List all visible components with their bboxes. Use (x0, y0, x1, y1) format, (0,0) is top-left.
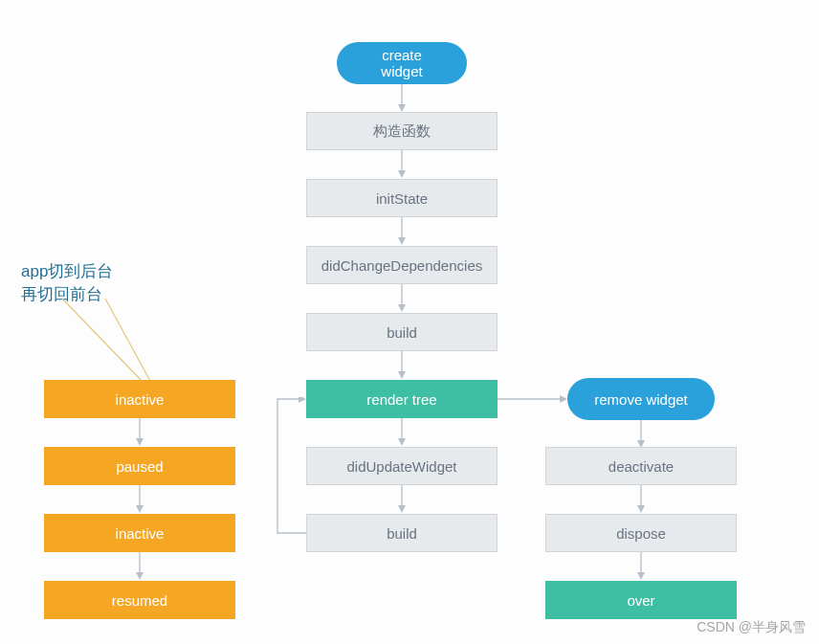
svg-marker-20 (637, 440, 645, 448)
svg-marker-30 (136, 572, 144, 580)
node-paused: paused (44, 447, 235, 485)
svg-line-1 (105, 299, 151, 383)
arrow-remove-deactivate (635, 420, 647, 449)
node-didupdatewidget: didUpdateWidget (306, 447, 498, 485)
svg-marker-13 (398, 438, 406, 446)
svg-marker-5 (398, 170, 406, 178)
svg-marker-22 (637, 505, 645, 513)
svg-marker-24 (637, 572, 645, 580)
arrow-inactive2-resumed (134, 552, 145, 581)
arrow-create-constructor (396, 84, 408, 113)
node-over: over (545, 581, 737, 619)
arrow-rendertree-didupdate (396, 418, 408, 447)
node-dispose: dispose (545, 514, 737, 552)
arrow-build2-rendertree-loop (268, 397, 316, 541)
node-inactive-2: inactive (44, 514, 235, 552)
arrow-didupdate-build2 (396, 485, 408, 514)
arrow-initstate-didchangedeps (396, 217, 408, 246)
svg-line-0 (62, 299, 144, 383)
watermark: CSDN @半身风雪 (697, 619, 806, 636)
node-build-1: build (306, 313, 498, 351)
arrow-dispose-over (635, 552, 647, 581)
node-create-widget: create widget (337, 42, 467, 84)
svg-marker-16 (299, 397, 306, 403)
node-inactive-1: inactive (44, 380, 235, 418)
svg-marker-18 (560, 395, 567, 403)
arrow-constructor-initstate (396, 150, 408, 179)
node-resumed: resumed (44, 581, 235, 619)
svg-marker-11 (398, 371, 406, 379)
arrow-rendertree-remove (498, 393, 574, 405)
arrow-deactivate-dispose (635, 485, 647, 514)
arrow-paused-inactive2 (134, 485, 145, 514)
node-initstate: initState (306, 179, 498, 217)
arrow-didchangedeps-build (396, 284, 408, 313)
svg-marker-28 (136, 505, 144, 513)
callout-line (57, 297, 172, 388)
node-build-2: build (306, 514, 498, 552)
node-render-tree: render tree (306, 380, 498, 418)
svg-marker-3 (398, 104, 406, 112)
node-deactivate: deactivate (545, 447, 737, 485)
node-remove-widget: remove widget (567, 378, 715, 420)
svg-marker-9 (398, 304, 406, 312)
svg-marker-15 (398, 505, 406, 513)
node-didchangedependencies: didChangeDependencies (306, 246, 498, 284)
node-constructor: 构造函数 (306, 112, 498, 150)
arrow-inactive1-paused (134, 418, 145, 447)
arrow-build-rendertree (396, 351, 408, 380)
svg-marker-26 (136, 438, 144, 446)
svg-marker-7 (398, 237, 406, 245)
